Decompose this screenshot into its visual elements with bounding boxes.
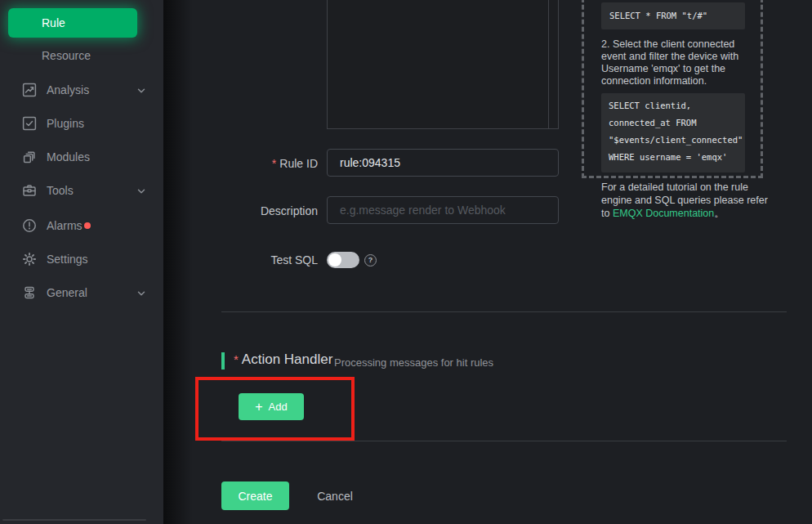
tools-icon bbox=[22, 183, 37, 198]
sql-editor-gutter bbox=[548, 0, 549, 128]
sql-line: "$events/client_connected" bbox=[609, 132, 745, 149]
test-sql-toggle[interactable] bbox=[327, 252, 359, 268]
question-mark-icon[interactable]: ? bbox=[364, 254, 377, 266]
sidebar-item-label: Modules bbox=[47, 141, 90, 173]
sidebar-item-label: Alarms bbox=[47, 209, 83, 242]
sidebar-item-label: Plugins bbox=[47, 107, 84, 140]
help-step-2-text: 2. Select the client connected event and… bbox=[601, 38, 758, 87]
sql-line: SELECT clientid, bbox=[609, 97, 745, 114]
sidebar-scrollbar[interactable] bbox=[2, 519, 146, 521]
plugins-icon bbox=[22, 116, 37, 131]
sql-example-2: SELECT clientid, connected_at FROM "$eve… bbox=[601, 93, 745, 172]
alarm-badge bbox=[84, 222, 91, 229]
chevron-down-icon bbox=[136, 186, 146, 195]
required-mark: * bbox=[234, 352, 239, 366]
sidebar-item-label: Tools bbox=[47, 174, 74, 207]
tutorial-suffix: 。 bbox=[714, 208, 725, 219]
sidebar-item-resource[interactable]: Resource bbox=[0, 45, 163, 66]
sidebar-item-alarms[interactable]: Alarms bbox=[0, 209, 163, 242]
sql-editor[interactable] bbox=[327, 0, 559, 129]
sidebar-item-rule[interactable]: Rule bbox=[8, 8, 137, 38]
analysis-icon bbox=[22, 83, 37, 97]
sidebar-item-tools[interactable]: Tools bbox=[0, 174, 163, 207]
emqx-documentation-link[interactable]: EMQX Documentation bbox=[613, 208, 714, 219]
test-sql-label: Test SQL bbox=[195, 253, 318, 266]
section-accent-bar bbox=[221, 352, 225, 369]
sidebar-item-analysis[interactable]: Analysis bbox=[0, 74, 163, 106]
plus-icon: + bbox=[255, 401, 262, 414]
general-icon bbox=[22, 285, 37, 300]
section-divider bbox=[221, 441, 787, 441]
description-label: Description bbox=[195, 204, 318, 217]
sql-line: WHERE username = 'emqx' bbox=[609, 149, 745, 166]
sql-line: connected_at FROM bbox=[609, 114, 745, 132]
description-input[interactable] bbox=[327, 196, 559, 224]
sql-example-1: SELECT * FROM "t/#" bbox=[601, 2, 745, 29]
toggle-knob bbox=[328, 253, 341, 266]
action-handler-title: *Action Handler bbox=[234, 352, 332, 368]
action-handler-hint: Processing messages for hit rules bbox=[334, 356, 493, 369]
sidebar-item-settings[interactable]: Settings bbox=[0, 243, 163, 275]
sidebar-item-general[interactable]: General bbox=[0, 276, 163, 309]
modules-icon bbox=[22, 150, 37, 164]
add-button-label: Add bbox=[269, 401, 288, 413]
chevron-down-icon bbox=[136, 85, 146, 95]
sidebar-shadow bbox=[163, 0, 193, 524]
sidebar-item-modules[interactable]: Modules bbox=[0, 141, 163, 173]
sidebar-item-label: Settings bbox=[47, 243, 88, 275]
rule-id-label: *Rule ID bbox=[195, 157, 318, 170]
sidebar-item-label: Analysis bbox=[47, 74, 89, 106]
required-mark: * bbox=[272, 157, 276, 170]
section-divider bbox=[221, 311, 787, 312]
settings-icon bbox=[22, 252, 37, 266]
sidebar-item-plugins[interactable]: Plugins bbox=[0, 107, 163, 140]
tutorial-text: For a detailed tutorial on the rule engi… bbox=[601, 181, 768, 220]
sidebar-item-label: General bbox=[47, 276, 87, 309]
chevron-down-icon bbox=[136, 288, 146, 298]
rule-id-input[interactable] bbox=[327, 149, 559, 177]
emqx-rule-create-page: Rule Resource Analysis P bbox=[0, 0, 812, 524]
alarms-icon bbox=[22, 218, 37, 233]
cancel-button[interactable]: Cancel bbox=[306, 481, 364, 510]
create-button[interactable]: Create bbox=[221, 481, 289, 510]
add-action-button[interactable]: + Add bbox=[239, 393, 304, 420]
sidebar: Rule Resource Analysis P bbox=[0, 0, 163, 524]
